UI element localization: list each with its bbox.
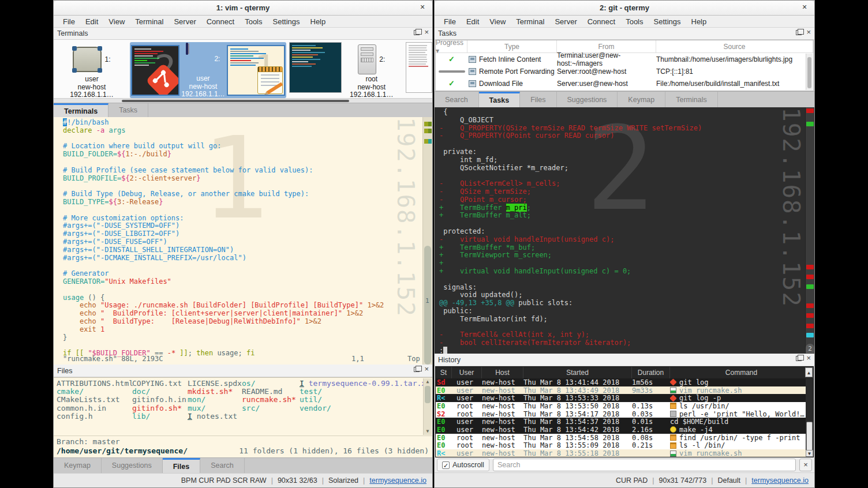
menu-item-help[interactable]: Help	[305, 17, 331, 26]
scroll-up-icon[interactable]: ▲	[424, 378, 432, 385]
thumbnail-scrollbar[interactable]	[54, 98, 432, 103]
file-item[interactable]: test/	[300, 388, 426, 396]
file-item[interactable]: runcmake.sh*	[242, 396, 300, 404]
float-dock-icon[interactable]	[414, 30, 420, 35]
tasks-header-source[interactable]: Source	[656, 40, 813, 52]
tab-tasks[interactable]: Tasks	[108, 103, 148, 117]
autoscroll-toggle[interactable]: ✓ Autoscroll	[437, 459, 489, 471]
history-row[interactable]: E0rootnew-hostThu Mar 8 13:55:09 20180.2…	[436, 442, 813, 450]
terminal-thumbnail-teal[interactable]	[289, 42, 342, 93]
termysequence-link[interactable]: termysequence.io	[751, 476, 809, 485]
close-dock-icon[interactable]: ×	[424, 366, 429, 372]
search-input[interactable]	[493, 459, 796, 471]
menu-item-view[interactable]: View	[484, 17, 511, 26]
history-header-started[interactable]: Started	[523, 367, 632, 378]
scrollbar-thumb[interactable]	[425, 386, 431, 403]
file-item[interactable]: gitinfo.sh*	[132, 404, 188, 412]
scroll-up-icon[interactable]: ▲	[805, 367, 813, 377]
menu-item-settings[interactable]: Settings	[649, 17, 686, 26]
file-item[interactable]: os/	[242, 380, 300, 388]
tasks-header-progress[interactable]: Progress ▾	[436, 40, 467, 52]
file-item[interactable]: src/	[242, 404, 300, 412]
history-row[interactable]: E0usernew-hostThu Mar 8 13:43:49 20189m3…	[436, 386, 813, 395]
vim-terminal[interactable]: 1 192.168.1.152 #!/bin/bashdeclare -a ar…	[54, 117, 432, 365]
history-row[interactable]: E0usernew-hostThu Mar 8 13:54:42 20182.1…	[436, 426, 813, 434]
float-dock-icon[interactable]	[796, 356, 802, 361]
file-item[interactable]: config.h	[57, 412, 132, 421]
tab-keymap[interactable]: Keymap	[54, 458, 102, 473]
scroll-down-icon[interactable]: ▼	[424, 428, 432, 435]
history-header-duration[interactable]: Duration	[632, 367, 670, 378]
menu-item-terminal[interactable]: Terminal	[511, 17, 549, 26]
menu-item-edit[interactable]: Edit	[80, 17, 103, 26]
tasks-scrollbar[interactable]	[806, 54, 813, 90]
tab-search[interactable]: Search	[200, 458, 245, 473]
history-row[interactable]: R<usernew-hostThu Mar 8 13:53:33 2018git…	[436, 394, 813, 402]
scrollbar-thumb[interactable]	[122, 100, 349, 102]
history-row[interactable]: E0usernew-hostThu Mar 8 13:54:37 20180.0…	[436, 418, 813, 426]
file-item[interactable]: cmake/	[57, 388, 132, 396]
file-item[interactable]: mon/	[188, 396, 242, 404]
menu-item-server[interactable]: Server	[549, 17, 582, 26]
checkbox-icon[interactable]: ✓	[442, 461, 450, 469]
history-row[interactable]: E0rootnew-hostThu Mar 8 13:53:50 20180.1…	[436, 402, 813, 410]
git-scrollbar[interactable]: 2	[805, 107, 814, 354]
tab-search[interactable]: Search	[435, 92, 479, 107]
clear-search-button[interactable]: ×	[799, 459, 812, 471]
menu-item-tools[interactable]: Tools	[620, 17, 648, 26]
file-item[interactable]: util/	[300, 396, 426, 404]
terminal-thumbnail-partial[interactable]	[406, 42, 432, 93]
menu-item-terminal[interactable]: Terminal	[130, 17, 169, 26]
file-item[interactable]: README.md	[242, 388, 300, 396]
menu-item-tools[interactable]: Tools	[240, 17, 267, 26]
terminal-thumbnail-vim[interactable]: 1	[227, 45, 285, 96]
termysequence-link[interactable]: termysequence.io	[369, 476, 426, 485]
close-dock-icon[interactable]: ×	[806, 29, 811, 35]
file-item[interactable]: common.h.in	[57, 404, 132, 412]
menu-item-file[interactable]: File	[439, 17, 461, 26]
scrollbar-thumb[interactable]	[806, 422, 813, 452]
server-item[interactable]: 2:rootnew-host192.168.1.1…	[342, 42, 401, 98]
files-scrollbar[interactable]: ▲▼	[423, 378, 432, 435]
file-item[interactable]: vendor/	[300, 404, 426, 412]
close-dock-icon[interactable]: ×	[806, 355, 811, 361]
titlebar[interactable]: 2: git - qtermy ×	[435, 1, 814, 16]
history-scrollbar[interactable]: ▼	[806, 378, 813, 457]
close-icon[interactable]: ×	[418, 3, 427, 12]
file-item[interactable]: ATTRIBUTIONS.html	[57, 380, 132, 388]
git-terminal[interactable]: 2 192.168.1.152 { Q_OBJECT- Q_PROPERTY(Q…	[435, 107, 814, 354]
tab-terminals[interactable]: Terminals	[54, 103, 108, 117]
menu-item-view[interactable]: View	[103, 17, 130, 26]
close-dock-icon[interactable]: ×	[424, 29, 429, 35]
float-dock-icon[interactable]	[796, 30, 802, 35]
file-item[interactable]: mkdist.sh*	[188, 388, 242, 396]
file-item[interactable]: mux/	[188, 404, 242, 412]
history-header-user[interactable]: User	[452, 367, 482, 378]
history-row[interactable]: Sdusernew-hostThu Mar 8 13:41:44 20181m5…	[436, 378, 813, 386]
tab-suggestions[interactable]: Suggestions	[102, 458, 163, 473]
task-row[interactable]: ✓Fetch Inline ContentTerminal:user@new-h…	[436, 53, 813, 65]
task-row[interactable]: ✓Download FileServer:user@new-hostFile:/…	[436, 77, 813, 89]
float-dock-icon[interactable]	[414, 367, 420, 372]
file-item[interactable]: I notes.txt	[188, 412, 242, 421]
titlebar[interactable]: 1: vim - qtermy ×	[54, 1, 432, 16]
scrollbar-thumb[interactable]	[807, 57, 811, 88]
tab-keymap[interactable]: Keymap	[618, 92, 665, 107]
tab-terminals[interactable]: Terminals	[665, 92, 718, 107]
task-row[interactable]: Remote Port ForwardingServer:root@new-ho…	[436, 65, 813, 77]
scroll-down-icon[interactable]: ▼	[806, 450, 813, 457]
file-item[interactable]: I termysequence-0.99.1.tar.xz	[300, 380, 426, 388]
history-row[interactable]: E0rootnew-hostThu Mar 8 13:54:58 20180.0…	[436, 434, 813, 442]
tab-suggestions[interactable]: Suggestions	[557, 92, 618, 107]
file-item[interactable]: LICENSE.spdx	[188, 380, 242, 388]
tab-tasks[interactable]: Tasks	[479, 92, 521, 107]
history-row[interactable]: R<usernew-hostThu Mar 8 13:55:18 2018vim…	[436, 449, 813, 457]
menu-item-edit[interactable]: Edit	[461, 17, 484, 26]
file-item[interactable]: lib/	[132, 412, 188, 421]
file-item[interactable]: doc/	[132, 388, 188, 396]
tab-files[interactable]: Files	[520, 92, 556, 107]
menu-item-connect[interactable]: Connect	[582, 17, 620, 26]
vim-scrollbar[interactable]: 1	[422, 117, 432, 365]
file-item[interactable]: gitinfo.h.in	[132, 396, 188, 404]
history-header-st[interactable]: St	[436, 367, 452, 378]
